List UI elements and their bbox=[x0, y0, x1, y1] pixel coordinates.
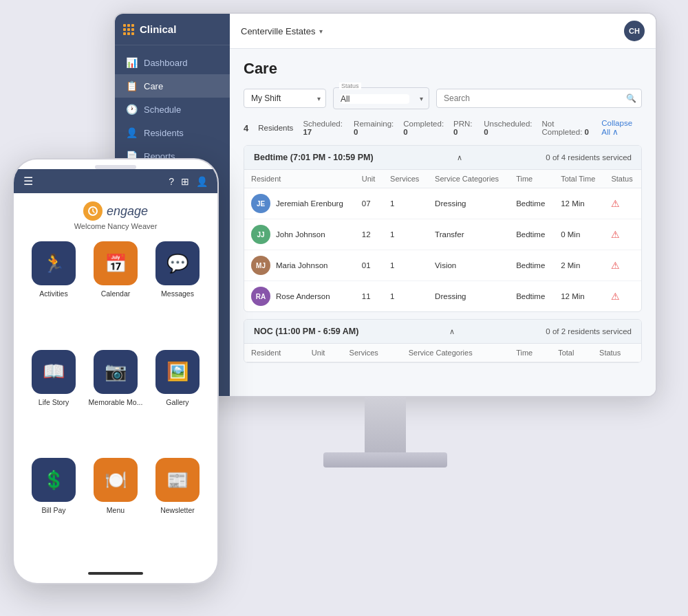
phone-welcome-text: Welcome Nancy Weaver bbox=[74, 222, 158, 230]
phone-bezel: ☰ ? ⊞ 👤 engage Welcome Nancy Weaver bbox=[12, 158, 219, 584]
avatar: MJ bbox=[251, 256, 270, 275]
location-selector[interactable]: Centerville Estates ▾ bbox=[241, 26, 323, 36]
bedtime-table: Resident Unit Services Service Categorie… bbox=[244, 170, 641, 311]
bedtime-section: Bedtime (7:01 PM - 10:59 PM) ∧ 0 of 4 re… bbox=[244, 145, 642, 312]
resident-cell: RA Rose Anderson bbox=[244, 281, 355, 312]
sidebar-item-label: Residents bbox=[144, 128, 184, 138]
app-icon-box: 🖼️ bbox=[155, 350, 200, 394]
user-icon[interactable]: 👤 bbox=[196, 176, 208, 187]
app-label: Newsletter bbox=[160, 506, 195, 514]
app-item[interactable]: 💲 Bill Pay bbox=[26, 458, 81, 560]
app-icon-box: 🍽️ bbox=[94, 458, 138, 502]
unit-cell: 12 bbox=[355, 219, 383, 250]
page-title: Care bbox=[244, 60, 642, 78]
hamburger-icon[interactable]: ☰ bbox=[23, 175, 33, 188]
bedtime-collapse-icon[interactable]: ∧ bbox=[457, 153, 462, 162]
time-cell: Bedtime bbox=[509, 250, 554, 281]
table-row[interactable]: JJ John Johnson 12 1 Transfer Bedtime 0 … bbox=[244, 219, 641, 250]
user-avatar[interactable]: CH bbox=[624, 21, 645, 41]
app-item[interactable]: 📖 Life Story bbox=[26, 350, 81, 452]
alert-icon: ⚠ bbox=[611, 260, 620, 271]
schedule-icon: 🕐 bbox=[126, 104, 137, 115]
col-resident: Resident bbox=[244, 344, 305, 362]
col-unit: Unit bbox=[305, 344, 343, 362]
app-item[interactable]: 🖼️ Gallery bbox=[150, 350, 205, 452]
collapse-all-button[interactable]: Collapse All ∧ bbox=[601, 119, 642, 137]
col-total: Total bbox=[551, 344, 592, 362]
stat-remaining: Remaining: 0 bbox=[354, 120, 394, 136]
topbar: Centerville Estates ▾ CH bbox=[230, 14, 656, 49]
app-icon-box: 📷 bbox=[94, 350, 138, 394]
status-select-wrapper: Status All bbox=[333, 87, 429, 109]
time-cell: Bedtime bbox=[509, 219, 554, 250]
time-cell: Bedtime bbox=[509, 281, 554, 312]
services-cell: 1 bbox=[383, 281, 428, 312]
app-label: Messages bbox=[161, 289, 194, 298]
home-indicator bbox=[88, 572, 143, 575]
total-cell: 2 Min bbox=[554, 250, 604, 281]
search-icon: 🔍 bbox=[626, 94, 636, 103]
app-item[interactable]: 📅 Calendar bbox=[88, 241, 143, 343]
app-label: Bill Pay bbox=[41, 506, 65, 514]
noc-collapse-icon[interactable]: ∧ bbox=[449, 327, 455, 336]
sidebar-item-label: Schedule bbox=[144, 104, 181, 115]
noc-serviced: 0 of 2 residents serviced bbox=[546, 327, 632, 336]
shift-select[interactable]: My Shift bbox=[244, 89, 326, 108]
stat-completed: Completed: 0 bbox=[403, 120, 444, 136]
sidebar-item-care[interactable]: 📋 Care bbox=[115, 74, 230, 98]
bedtime-section-header: Bedtime (7:01 PM - 10:59 PM) ∧ 0 of 4 re… bbox=[244, 146, 641, 170]
noc-section: NOC (11:00 PM - 6:59 AM) ∧ 0 of 2 reside… bbox=[244, 319, 642, 363]
search-input[interactable] bbox=[436, 89, 642, 108]
search-wrapper: 🔍 bbox=[436, 89, 642, 108]
noc-section-header: NOC (11:00 PM - 6:59 AM) ∧ 0 of 2 reside… bbox=[244, 320, 641, 344]
unit-cell: 11 bbox=[355, 281, 383, 312]
alert-icon: ⚠ bbox=[611, 198, 620, 209]
avatar: JJ bbox=[251, 225, 270, 244]
app-icon-box: 📅 bbox=[94, 241, 138, 285]
status-select[interactable]: All bbox=[341, 94, 409, 104]
noc-section-title: NOC (11:00 PM - 6:59 AM) bbox=[254, 327, 358, 336]
app-icon-box: 🏃 bbox=[32, 241, 76, 285]
phone-logo: engage bbox=[83, 201, 148, 221]
total-cell: 0 Min bbox=[554, 219, 604, 250]
app-icon-box: 💬 bbox=[155, 241, 200, 285]
status-cell: ⚠ bbox=[604, 188, 641, 219]
app-icon-box: 📖 bbox=[32, 350, 76, 394]
help-icon[interactable]: ? bbox=[169, 176, 174, 187]
services-cell: 1 bbox=[383, 250, 428, 281]
noc-table: Resident Unit Services Service Categorie… bbox=[244, 344, 641, 362]
avatar: JE bbox=[251, 194, 270, 213]
residents-label: Residents bbox=[258, 124, 293, 132]
table-row[interactable]: RA Rose Anderson 11 1 Dressing Bedtime 1… bbox=[244, 281, 641, 312]
sidebar-item-residents[interactable]: 👤 Residents bbox=[115, 121, 230, 144]
category-cell: Vision bbox=[428, 250, 509, 281]
table-row[interactable]: JE Jeremiah Erenburg 07 1 Dressing Bedti… bbox=[244, 188, 641, 219]
filter-bar: My Shift Status All 🔍 bbox=[244, 87, 642, 109]
app-item[interactable]: 🍽️ Menu bbox=[88, 458, 143, 560]
app-label: Activities bbox=[39, 289, 67, 298]
app-item[interactable]: 📰 Newsletter bbox=[150, 458, 205, 560]
category-cell: Transfer bbox=[428, 219, 509, 250]
status-label: Status bbox=[339, 82, 361, 89]
col-categories: Service Categories bbox=[428, 170, 509, 188]
resident-cell: JJ John Johnson bbox=[244, 219, 355, 250]
app-label: Memorable Mo... bbox=[89, 398, 143, 406]
grid-icon bbox=[123, 24, 134, 35]
apps-icon[interactable]: ⊞ bbox=[181, 176, 189, 187]
app-icon-box: 💲 bbox=[32, 458, 76, 502]
app-item[interactable]: 🏃 Activities bbox=[26, 241, 81, 343]
sidebar-item-label: Care bbox=[144, 81, 163, 91]
stat-prn: PRN: 0 bbox=[453, 120, 474, 136]
sidebar-item-dashboard[interactable]: 📊 Dashboard bbox=[115, 51, 230, 74]
col-services: Services bbox=[343, 344, 402, 362]
app-item[interactable]: 📷 Memorable Mo... bbox=[88, 350, 143, 452]
sidebar-item-schedule[interactable]: 🕐 Schedule bbox=[115, 98, 230, 121]
location-name: Centerville Estates bbox=[241, 26, 315, 36]
table-row[interactable]: MJ Maria Johnson 01 1 Vision Bedtime 2 M… bbox=[244, 250, 641, 281]
engage-logo-text: engage bbox=[107, 204, 148, 219]
chevron-down-icon: ▾ bbox=[319, 28, 323, 35]
alert-icon: ⚠ bbox=[611, 291, 620, 302]
alert-icon: ⚠ bbox=[611, 229, 620, 240]
app-item[interactable]: 💬 Messages bbox=[150, 241, 205, 343]
app-icon-box: 📰 bbox=[155, 458, 200, 502]
